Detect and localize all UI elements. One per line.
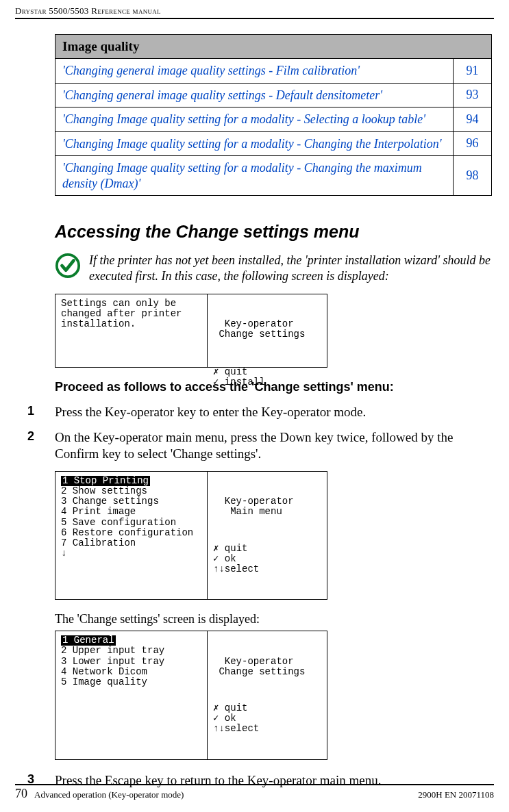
lcd-right-pane: Key-operator Main menu ✗ quit ✓ ok ↑↓sel… [208, 472, 327, 599]
lcd-highlight: 1 Stop Printing [61, 476, 150, 486]
lcd-right-title: Key-operator Main menu [213, 496, 321, 517]
footer-right-text: 2900H EN 20071108 [418, 789, 494, 800]
table-link[interactable]: 'Changing general image quality settings… [55, 83, 454, 107]
running-header: Drystar 5500/5503 Reference manual [15, 5, 494, 19]
table-row: 'Changing Image quality setting for a mo… [55, 107, 492, 132]
table-row: 'Changing general image quality settings… [55, 59, 492, 84]
footer-rule [15, 784, 494, 785]
lcd-left-pane: Settings can only be changed after print… [55, 294, 208, 367]
step-text: Press the Key-operator key to enter the … [55, 404, 366, 421]
lcd-left-rest: 2 Upper input tray 3 Lower input tray 4 … [61, 645, 164, 687]
table-link[interactable]: 'Changing general image quality settings… [55, 59, 454, 84]
lcd-right-title: Key-operator Change settings [213, 319, 321, 340]
lcd-highlight: 1 General [61, 635, 116, 646]
page-footer: 70 Advanced operation (Key-operator mode… [0, 784, 509, 801]
lcd-left-rest: 2 Show settings 3 Change settings 4 Prin… [61, 485, 193, 559]
lcd-right-actions: ✗ quit ✓ ok ↑↓select [213, 544, 321, 574]
step-number: 2 [27, 429, 55, 463]
lcd-right-title: Key-operator Change settings [213, 657, 321, 677]
running-header-text: Drystar 5500/5503 Reference manual [15, 5, 161, 16]
lcd-screen-install-warning: Settings can only be changed after print… [55, 294, 327, 368]
image-quality-table: Image quality 'Changing general image qu… [55, 34, 492, 196]
footer-page-number: 70 [15, 787, 27, 801]
step-text: On the Key-operator main menu, press the… [55, 429, 492, 463]
section-heading: Accessing the Change settings menu [55, 222, 492, 242]
lcd-left-pane: 1 Stop Printing 2 Show settings 3 Change… [55, 472, 208, 599]
step-2: 2 On the Key-operator main menu, press t… [27, 429, 492, 463]
step-number: 1 [27, 404, 55, 421]
table-row: 'Changing general image quality settings… [55, 83, 492, 107]
lcd-left-pane: 1 General 2 Upper input tray 3 Lower inp… [55, 631, 208, 759]
lcd-right-pane: Key-operator Change settings ✗ quit ✓ ok… [208, 631, 327, 759]
step-1: 1 Press the Key-operator key to enter th… [27, 404, 492, 421]
table-page[interactable]: 96 [454, 131, 492, 156]
check-circle-icon [55, 253, 81, 279]
lcd-right-actions: ✗ quit ✓ ok ↑↓select [213, 703, 321, 734]
table-page[interactable]: 98 [454, 156, 492, 196]
lcd-screen-change-settings: 1 General 2 Upper input tray 3 Lower inp… [55, 631, 327, 759]
table-page[interactable]: 94 [454, 107, 492, 132]
note-block: If the printer has not yet been installe… [55, 253, 492, 284]
table-link[interactable]: 'Changing Image quality setting for a mo… [55, 107, 454, 132]
table-header: Image quality [55, 35, 492, 59]
lcd-right-pane: Key-operator Change settings ✗ quit ✓ in… [208, 294, 327, 367]
table-link[interactable]: 'Changing Image quality setting for a mo… [55, 131, 454, 156]
caption: The 'Change settings' screen is displaye… [55, 612, 492, 626]
table-row: 'Changing Image quality setting for a mo… [55, 156, 492, 196]
lcd-screen-main-menu: 1 Stop Printing 2 Show settings 3 Change… [55, 471, 327, 600]
procedure-subheading: Proceed as follows to access the 'Change… [55, 380, 492, 394]
footer-left-text: Advanced operation (Key-operator mode) [34, 789, 418, 800]
table-row: 'Changing Image quality setting for a mo… [55, 131, 492, 156]
note-text: If the printer has not yet been installe… [89, 253, 492, 284]
table-link[interactable]: 'Changing Image quality setting for a mo… [55, 156, 454, 196]
table-page[interactable]: 91 [454, 59, 492, 84]
table-page[interactable]: 93 [454, 83, 492, 107]
